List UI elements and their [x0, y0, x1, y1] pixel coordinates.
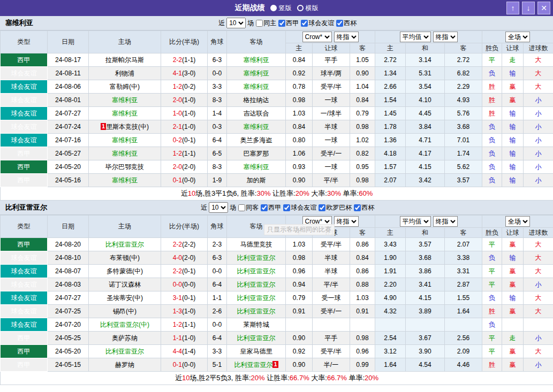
away-team-cell: 加的斯: [227, 174, 286, 187]
checkbox-icon[interactable]: [238, 204, 245, 211]
avg-away-cell: 2.09: [445, 345, 482, 358]
match-row: 球会友谊24-08-10布莱顿(中)4-0(2-0)6-3比利亚雷亚尔0.98半…: [1, 251, 553, 265]
fulltime-score: 0-2: [173, 136, 182, 144]
fulltime-score: 2-0: [173, 163, 182, 171]
games-suffix-label: 场: [247, 19, 254, 28]
select-group-cell: Crow*终指: [286, 31, 375, 43]
checkbox-icon[interactable]: [261, 204, 268, 211]
move-down-button[interactable]: ↓: [522, 2, 535, 14]
avg-draw-cell: 4.45: [406, 107, 445, 120]
scope-select[interactable]: 全场: [505, 216, 530, 227]
avg-final-select[interactable]: 终指: [433, 32, 458, 42]
away-team-name: 奥兰多海盗: [240, 136, 272, 144]
avg-value-select[interactable]: 平均值: [400, 216, 431, 227]
column-header: 角球: [208, 216, 227, 238]
score-cell: 1-3(1-0): [161, 305, 208, 318]
league-filter-checkbox[interactable]: 西杯: [336, 19, 357, 28]
avg-home-cell: 4.32: [375, 305, 406, 318]
same-venue-checkbox[interactable]: 同主: [255, 19, 276, 28]
odds-final-select[interactable]: 终指: [334, 32, 359, 42]
league-filter-checkbox[interactable]: 欧罗巴杯: [318, 203, 352, 212]
checkbox-icon[interactable]: [336, 20, 343, 27]
halftime-score: (2-0): [182, 163, 195, 171]
avg-draw-cell: 3.68: [406, 251, 445, 265]
avg-value-select[interactable]: 平均值: [400, 32, 431, 42]
away-team-cell: 马德里竞技: [227, 238, 286, 251]
match-row: 西甲24-05-16塞维利亚0-1(0-0)1-9加的斯0.90平/半0.982…: [1, 174, 553, 187]
away-team-cell: 比利亚雷亚尔: [227, 305, 286, 318]
result-wdl-cell: 平: [482, 332, 502, 345]
handicap-cell: 受平/半: [313, 238, 350, 251]
checkbox-icon[interactable]: [301, 20, 308, 27]
halftime-score: (1-1): [182, 321, 195, 328]
home-team-name: 塞维利亚: [112, 136, 138, 144]
avg-away-cell: [445, 318, 482, 332]
result-wdl-cell: 负: [482, 318, 502, 332]
away-team-name: 比利亚雷亚尔: [234, 361, 272, 368]
move-up-button[interactable]: ↑: [506, 2, 519, 14]
match-row: 球会友谊24-08-03诺丁汉森林0-0(0-0)6-4比利亚雷亚尔0.94平/…: [1, 278, 553, 291]
score-cell: 0-0(0-0): [161, 278, 208, 291]
match-date-cell: 24-05-16: [48, 174, 89, 187]
score-cell: 4-1(3-0): [161, 67, 208, 80]
league-filter-checkbox[interactable]: 西杯: [353, 203, 374, 212]
recent-games-select[interactable]: 10: [226, 18, 246, 28]
same-venue-checkbox[interactable]: 同客: [238, 203, 259, 212]
match-date-cell: 24-07-27: [48, 107, 89, 120]
close-button[interactable]: ✕: [537, 2, 550, 14]
avg-away-cell: 6.82: [445, 67, 482, 80]
home-team-name: 圣埃蒂安(中): [107, 294, 143, 302]
odds-final-select[interactable]: 终指: [334, 216, 359, 227]
odds-home-cell: 0.84: [286, 120, 313, 134]
away-team-name: 比利亚雷亚尔: [237, 281, 276, 288]
section-header: 塞维利亚近10场同主西甲球会友谊西杯: [0, 16, 553, 30]
result-handicap-cell: 赢: [502, 265, 524, 278]
scope-select[interactable]: 全场: [505, 32, 530, 42]
league-filter-checkbox[interactable]: 球会友谊: [283, 203, 316, 212]
league-filter-checkbox[interactable]: 球会友谊: [300, 19, 334, 28]
odds-away-cell: 1.04: [350, 80, 375, 94]
result-wdl-cell: 负: [482, 160, 502, 174]
avg-final-select[interactable]: 终指: [433, 216, 458, 227]
checkbox-icon[interactable]: [256, 20, 263, 27]
checkbox-icon[interactable]: [354, 204, 361, 211]
result-wdl-cell: 负: [482, 120, 502, 134]
result-goals-cell: 小: [524, 94, 553, 107]
result-handicap-cell: 赢: [502, 238, 524, 251]
fulltime-score: 4-0: [173, 254, 182, 262]
league-filter-checkbox[interactable]: 西甲: [278, 19, 299, 28]
odds-away-cell: 0.86: [350, 265, 375, 278]
away-team-cell: 塞维利亚: [227, 80, 286, 94]
avg-draw-cell: 3.14: [406, 53, 445, 67]
avg-home-cell: 2.20: [375, 278, 406, 291]
result-goals-cell: 大: [524, 291, 553, 305]
away-team-cell: 莱斯特城: [227, 318, 286, 332]
match-row: 球会友谊24-07-20比利亚雷亚尔(中)1-2(1-1)0-0莱斯特城负: [1, 318, 553, 332]
odds-company-select[interactable]: Crow*: [302, 32, 332, 42]
home-team-cell: 塞维利亚: [89, 134, 161, 147]
odds-away-cell: 1.05: [350, 53, 375, 67]
results-table: 类型日期主场比分(半场)角球客场Crow*终指平均值终指全场主让球客主和客胜负让…: [0, 30, 553, 201]
checkbox-icon[interactable]: [278, 20, 285, 27]
away-team-cell: 塞维利亚: [227, 67, 286, 80]
layout-radio-horizontal[interactable]: 横版: [297, 4, 319, 13]
avg-home-cell: 1.78: [375, 120, 406, 134]
league-filter-checkbox[interactable]: 西甲: [260, 203, 281, 212]
avg-home-cell: 1.91: [375, 265, 406, 278]
odds-away-cell: 0.96: [350, 345, 375, 358]
match-row: 西甲24-08-20比利亚雷亚尔2-2(2-2)2-3马德里竞技1.03受平/半…: [1, 238, 553, 251]
home-team-cell: 布莱顿(中): [89, 251, 161, 265]
recent-games-select[interactable]: 10: [209, 202, 228, 213]
score-cell: 1-1(1-0): [161, 332, 208, 345]
checkbox-icon[interactable]: [319, 204, 325, 211]
summary-text: 大率:: [309, 189, 327, 197]
avg-home-cell: 2.72: [375, 53, 406, 67]
column-header: 进球数: [524, 43, 553, 53]
avg-away-cell: 5.76: [445, 107, 482, 120]
match-row: 球会友谊24-08-11利物浦4-1(3-0)0-0塞维利亚0.92球半/两0.…: [1, 67, 553, 80]
checkbox-icon[interactable]: [283, 204, 290, 211]
layout-radio-vertical[interactable]: 竖版: [270, 4, 292, 13]
odds-home-cell: 0.98: [286, 251, 313, 265]
halftime-score: (2-2): [182, 241, 195, 248]
match-row: 球会友谊24-07-241里斯本竞技(中)2-1(1-0)0-3塞维利亚0.84…: [1, 120, 553, 134]
